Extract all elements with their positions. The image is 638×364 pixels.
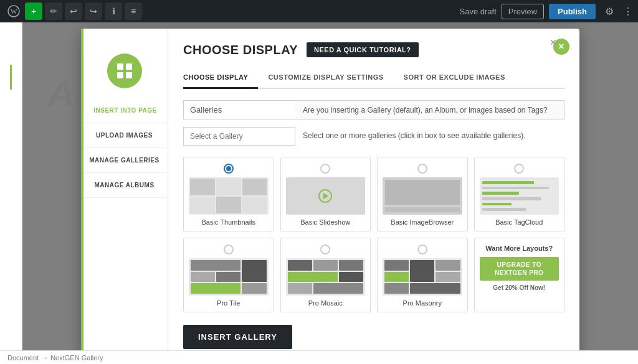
redo-button[interactable]: ↪ — [85, 2, 102, 20]
editor-area: A — [0, 22, 638, 364]
sidebar-item-manage-albums[interactable]: MANAGE ALBUMS — [81, 173, 168, 198]
pt-cell-green — [191, 283, 240, 294]
pm-cell — [339, 260, 363, 271]
display-label-basic-tagcloud: Basic TagCloud — [480, 218, 559, 226]
tab-customize[interactable]: CUSTOMIZE DISPLAY SETTINGS — [258, 68, 393, 89]
thumb-cell — [242, 179, 267, 195]
imagebrowser-preview — [383, 177, 462, 215]
display-option-pro-masonry[interactable]: Pro Masonry — [377, 238, 468, 312]
display-label-pro-mosaic: Pro Mosaic — [286, 299, 366, 307]
upgrade-title: Want More Layouts? — [480, 245, 559, 252]
select-gallery-row: Select one or more galleries (click in b… — [183, 127, 564, 146]
play-icon — [318, 189, 332, 203]
admin-bar-left: W + ✏ ↩ ↪ ℹ ≡ — [5, 2, 142, 20]
galleries-input[interactable]: Galleries — [183, 100, 295, 119]
admin-bar: W + ✏ ↩ ↪ ℹ ≡ Save draft Preview Publish… — [0, 0, 638, 22]
select-gallery-input[interactable] — [183, 127, 295, 146]
sidebar-item-manage-galleries[interactable]: MANAGE GALLERIES — [81, 148, 168, 173]
radio-pro-masonry[interactable] — [417, 245, 427, 254]
display-label-basic-slideshow: Basic Slideshow — [286, 218, 366, 226]
display-label-pro-masonry: Pro Masonry — [383, 299, 462, 307]
add-new-button[interactable]: + — [25, 2, 42, 20]
tab-choose-display[interactable]: CHOOSE DISPLAY — [183, 68, 258, 89]
upgrade-button[interactable]: UPGRADE TONEXTGEN PRO — [480, 257, 559, 281]
status-bar: Document → NextGEN Gallery — [0, 350, 638, 364]
svg-rect-4 — [117, 72, 123, 78]
preview-button[interactable]: Preview — [502, 4, 544, 19]
undo-button[interactable]: ↩ — [65, 2, 82, 20]
tag-line-gray — [482, 197, 542, 200]
pms-cell — [436, 272, 460, 282]
insert-gallery-button[interactable]: INSERT GALLERY — [183, 325, 292, 349]
tutorial-button[interactable]: NEED A QUICK TUTORIAL? — [307, 42, 418, 57]
status-plugin: NextGEN Gallery — [50, 354, 103, 362]
more-options-icon[interactable]: ⋮ — [623, 6, 633, 17]
tag-line-gray — [482, 187, 550, 190]
svg-rect-2 — [117, 63, 123, 70]
pms-cell — [436, 260, 460, 271]
dialog-title: CHOOSE DISPLAY — [183, 43, 298, 57]
thumb-cell — [216, 179, 241, 195]
modal-overlay: INSERT INTO PAGE UPLOAD IMAGES MANAGE GA… — [22, 22, 638, 364]
pm-cell — [313, 260, 338, 271]
modal-sidebar: INSERT INTO PAGE UPLOAD IMAGES MANAGE GA… — [81, 29, 168, 362]
thumbnails-preview — [189, 177, 269, 215]
display-option-pro-mosaic[interactable]: Pro Mosaic — [280, 238, 371, 312]
pro-masonry-preview — [383, 258, 462, 296]
pm-cell-green — [288, 272, 338, 282]
modal-content: CHOOSE DISPLAY NEED A QUICK TUTORIAL? × … — [168, 29, 579, 362]
display-option-basic-tagcloud[interactable]: Basic TagCloud — [474, 157, 565, 231]
display-options-grid: Basic Thumbnails — [183, 157, 564, 312]
radio-pro-mosaic[interactable] — [320, 245, 330, 254]
galleries-description: Are you inserting a Gallery (default), a… — [295, 100, 564, 119]
pms-cell — [384, 260, 409, 271]
thumb-cell — [216, 197, 241, 213]
pt-cell — [191, 260, 240, 271]
radio-pro-tile[interactable] — [224, 245, 234, 254]
upgrade-discount: Get 20% Off Now! — [480, 284, 559, 291]
radio-row — [383, 245, 462, 254]
radio-basic-thumbnails[interactable] — [224, 164, 234, 174]
display-label-basic-thumbnails: Basic Thumbnails — [189, 218, 269, 226]
settings-gear-icon[interactable]: ⚙ — [601, 2, 618, 20]
gallery-type-selector: Galleries Are you inserting a Gallery (d… — [183, 100, 564, 119]
tab-sort[interactable]: SORT OR EXCLUDE IMAGES — [394, 68, 515, 89]
wp-logo[interactable]: W — [5, 2, 22, 20]
x-close-button[interactable]: ✕ — [550, 37, 557, 47]
display-option-basic-thumbnails[interactable]: Basic Thumbnails — [183, 157, 274, 231]
tag-line — [482, 181, 535, 184]
plugin-logo-area — [107, 41, 142, 98]
thumb-cell — [190, 179, 215, 195]
editor-canvas: A — [22, 22, 638, 364]
sidebar-item-upload-images[interactable]: UPLOAD IMAGES — [81, 123, 168, 148]
pt-cell — [242, 283, 266, 294]
tag-line — [482, 192, 520, 195]
radio-row — [286, 164, 366, 174]
pm-cell — [339, 272, 363, 282]
display-tabs: CHOOSE DISPLAY CUSTOMIZE DISPLAY SETTING… — [183, 68, 564, 89]
info-icon[interactable]: ℹ — [105, 2, 122, 20]
editor-sidebar — [0, 22, 22, 364]
radio-inner — [226, 166, 231, 171]
svg-text:W: W — [11, 7, 17, 15]
pro-tile-preview — [189, 258, 269, 296]
tagcloud-preview — [480, 177, 559, 215]
sidebar-item-insert-into-page[interactable]: INSERT INTO PAGE — [81, 98, 168, 123]
radio-basic-tagcloud[interactable] — [514, 164, 524, 174]
pms-cell — [410, 283, 460, 294]
tag-line-gray — [482, 208, 527, 211]
publish-button[interactable]: Publish — [549, 4, 596, 19]
radio-row — [189, 245, 269, 254]
tag-line — [482, 203, 512, 206]
pencil-icon[interactable]: ✏ — [45, 2, 62, 20]
radio-basic-imagebrowser[interactable] — [417, 164, 427, 174]
svg-rect-5 — [126, 72, 132, 78]
display-option-basic-imagebrowser[interactable]: Basic ImageBrowser — [377, 157, 468, 231]
save-draft-button[interactable]: Save draft — [460, 7, 497, 16]
display-option-basic-slideshow[interactable]: Basic Slideshow — [280, 157, 371, 231]
list-icon[interactable]: ≡ — [125, 2, 142, 20]
admin-bar-right: Save draft Preview Publish ⚙ ⋮ — [460, 2, 633, 20]
display-label-pro-tile: Pro Tile — [189, 299, 269, 307]
radio-basic-slideshow[interactable] — [320, 164, 330, 174]
display-option-pro-tile[interactable]: Pro Tile — [183, 238, 274, 312]
